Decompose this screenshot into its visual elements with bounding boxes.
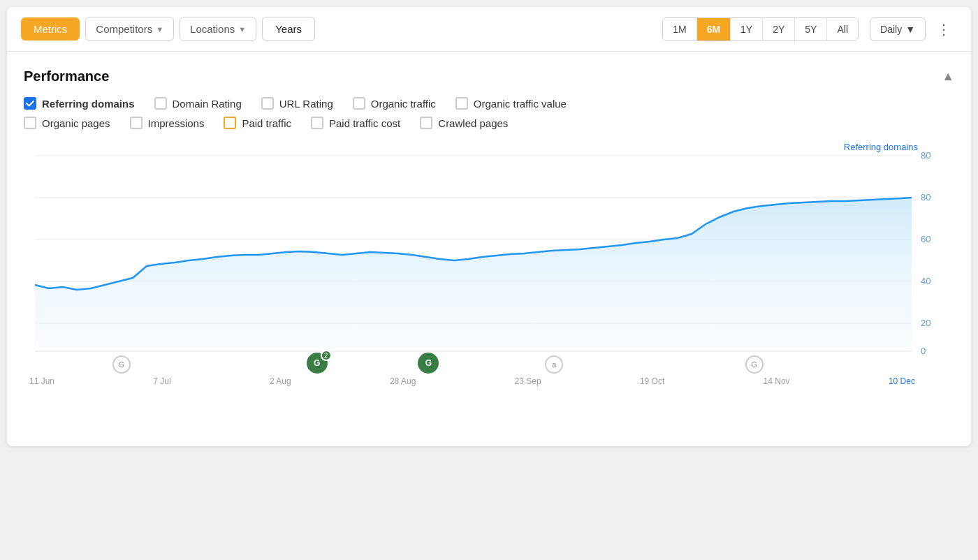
svg-text:0: 0 [921,346,926,356]
label-organic-traffic-value: Organic traffic value [474,98,567,110]
metrics-checkboxes: Referring domains Domain Rating URL Rati… [24,97,954,129]
event-marker-g3[interactable]: G [418,353,439,374]
time-6m-button[interactable]: 6M [697,18,731,40]
x-label-oct: 19 Oct [640,376,664,386]
svg-text:60: 60 [921,234,930,244]
x-axis-labels: 11 Jun 7 Jul 2 Aug 28 Aug 23 Sep 19 Oct … [24,376,921,386]
checkbox-impressions[interactable] [130,117,143,129]
metric-domain-rating[interactable]: Domain Rating [154,97,242,110]
event-marker-g1[interactable]: G [112,355,131,374]
performance-title: Performance [24,68,109,84]
svg-text:40: 40 [921,276,930,286]
label-crawled-pages: Crawled pages [438,117,508,129]
checkbox-organic-pages[interactable] [24,117,36,129]
chart-svg: 80 80 60 40 20 0 [24,142,954,365]
checkbox-domain-rating[interactable] [154,97,167,110]
label-referring-domains: Referring domains [42,98,135,110]
competitors-chevron-icon: ▼ [156,25,163,34]
checkbox-paid-traffic-cost[interactable] [311,117,323,129]
metrics-row-2: Organic pages Impressions Paid traffic P… [24,117,954,129]
chart-area: 80 80 60 40 20 0 11 Jun 7 Jul 2 Aug 28 A… [24,142,954,386]
x-label-jun: 11 Jun [29,376,54,386]
svg-text:80: 80 [921,150,930,161]
metric-url-rating[interactable]: URL Rating [261,97,333,110]
x-label-dec: 10 Dec [889,376,915,386]
locations-button[interactable]: Locations ▼ [180,17,256,41]
checkbox-organic-traffic-value[interactable] [455,97,468,110]
more-options-button[interactable]: ⋮ [931,18,957,40]
svg-text:20: 20 [921,318,930,328]
checkbox-crawled-pages[interactable] [420,117,432,129]
metrics-button[interactable]: Metrics [21,17,80,40]
metrics-row-1: Referring domains Domain Rating URL Rati… [24,97,954,110]
label-organic-traffic: Organic traffic [371,98,436,110]
event-marker-g2[interactable]: G 2 [307,353,328,374]
x-label-sep: 23 Sep [515,376,541,386]
competitors-button[interactable]: Competitors ▼ [85,17,174,41]
chart-series-label: Referring domains [844,142,918,152]
time-5y-button[interactable]: 5Y [795,18,827,40]
time-1m-button[interactable]: 1M [663,18,696,40]
metric-referring-domains[interactable]: Referring domains [24,97,135,110]
label-paid-traffic-cost: Paid traffic cost [329,117,400,129]
event-marker-g4[interactable]: G [745,355,764,374]
checkbox-referring-domains[interactable] [24,97,36,110]
performance-section-header: Performance ▲ [24,68,954,84]
collapse-button[interactable]: ▲ [942,69,954,84]
checkbox-url-rating[interactable] [261,97,274,110]
label-impressions: Impressions [148,117,205,129]
years-button[interactable]: Years [262,17,315,41]
metric-paid-traffic-cost[interactable]: Paid traffic cost [311,117,400,129]
metric-organic-traffic-value[interactable]: Organic traffic value [455,97,567,110]
label-url-rating: URL Rating [279,98,333,110]
metric-organic-traffic[interactable]: Organic traffic [353,97,436,110]
metric-crawled-pages[interactable]: Crawled pages [420,117,508,129]
time-range-group: 1M 6M 1Y 2Y 5Y All [662,17,859,41]
svg-text:80: 80 [921,192,930,202]
checkbox-organic-traffic[interactable] [353,97,365,110]
chart-container: Referring domains [24,142,954,435]
x-label-jul: 7 Jul [153,376,170,386]
metric-organic-pages[interactable]: Organic pages [24,117,110,129]
label-domain-rating: Domain Rating [173,98,242,110]
event-marker-a[interactable]: a [545,355,563,374]
x-label-aug2: 2 Aug [270,376,291,386]
x-label-nov: 14 Nov [764,376,790,386]
locations-chevron-icon: ▼ [238,25,246,34]
metric-impressions[interactable]: Impressions [130,117,205,129]
label-paid-traffic: Paid traffic [242,117,291,129]
time-1y-button[interactable]: 1Y [731,18,763,40]
label-organic-pages: Organic pages [42,117,110,129]
x-label-aug28: 28 Aug [390,376,416,386]
checkbox-paid-traffic[interactable] [224,117,236,129]
time-2y-button[interactable]: 2Y [763,18,795,40]
daily-chevron-icon: ▼ [905,24,915,35]
daily-dropdown-button[interactable]: Daily ▼ [870,17,926,41]
time-all-button[interactable]: All [827,18,858,40]
metric-paid-traffic[interactable]: Paid traffic [224,117,291,129]
